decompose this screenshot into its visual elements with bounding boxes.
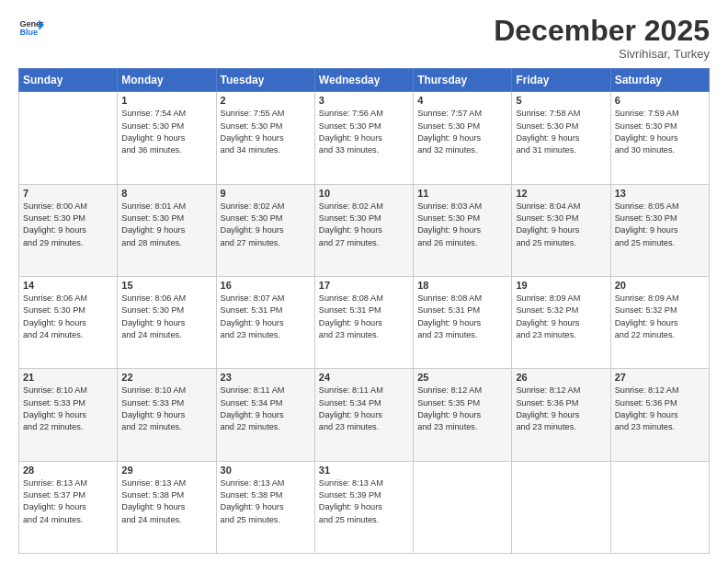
week-row-1: 7Sunrise: 8:00 AMSunset: 5:30 PMDaylight… — [19, 184, 710, 276]
day-number: 27 — [615, 372, 705, 383]
col-header-friday: Friday — [512, 69, 610, 92]
day-number: 4 — [417, 95, 507, 106]
day-number: 20 — [615, 280, 705, 291]
col-header-sunday: Sunday — [19, 69, 118, 92]
day-info: Sunrise: 8:07 AMSunset: 5:31 PMDaylight:… — [221, 293, 311, 341]
day-info: Sunrise: 8:04 AMSunset: 5:30 PMDaylight:… — [516, 201, 606, 249]
day-info: Sunrise: 7:57 AMSunset: 5:30 PMDaylight:… — [417, 108, 507, 156]
day-number: 13 — [615, 188, 705, 199]
day-cell: 31Sunrise: 8:13 AMSunset: 5:39 PMDayligh… — [314, 461, 413, 553]
day-info: Sunrise: 8:02 AMSunset: 5:30 PMDaylight:… — [221, 201, 311, 249]
day-info: Sunrise: 8:08 AMSunset: 5:31 PMDaylight:… — [417, 293, 507, 341]
day-cell: 21Sunrise: 8:10 AMSunset: 5:33 PMDayligh… — [19, 369, 118, 461]
day-cell: 27Sunrise: 8:12 AMSunset: 5:36 PMDayligh… — [610, 369, 709, 461]
day-number: 3 — [319, 95, 409, 106]
day-info: Sunrise: 8:13 AMSunset: 5:38 PMDaylight:… — [221, 477, 311, 526]
week-row-0: 1Sunrise: 7:54 AMSunset: 5:30 PMDaylight… — [19, 92, 710, 184]
day-cell: 6Sunrise: 7:59 AMSunset: 5:30 PMDaylight… — [610, 92, 709, 184]
day-info: Sunrise: 8:06 AMSunset: 5:30 PMDaylight:… — [121, 293, 211, 341]
day-cell: 28Sunrise: 8:13 AMSunset: 5:37 PMDayligh… — [19, 461, 118, 553]
day-info: Sunrise: 8:05 AMSunset: 5:30 PMDaylight:… — [615, 201, 705, 249]
title-block: December 2025 Sivrihisar, Turkey — [494, 15, 710, 61]
day-info: Sunrise: 8:13 AMSunset: 5:38 PMDaylight:… — [121, 477, 211, 526]
subtitle: Sivrihisar, Turkey — [494, 47, 710, 61]
day-number: 25 — [417, 372, 507, 383]
day-number: 12 — [516, 188, 606, 199]
calendar-header-row: SundayMondayTuesdayWednesdayThursdayFrid… — [19, 69, 710, 92]
day-number: 16 — [221, 280, 311, 291]
day-cell: 25Sunrise: 8:12 AMSunset: 5:35 PMDayligh… — [414, 369, 512, 461]
day-cell: 1Sunrise: 7:54 AMSunset: 5:30 PMDaylight… — [118, 92, 216, 184]
day-number: 24 — [319, 372, 409, 383]
day-cell: 11Sunrise: 8:03 AMSunset: 5:30 PMDayligh… — [414, 184, 512, 276]
day-cell: 13Sunrise: 8:05 AMSunset: 5:30 PMDayligh… — [610, 184, 709, 276]
day-info: Sunrise: 8:09 AMSunset: 5:32 PMDaylight:… — [615, 293, 705, 341]
logo: General Blue — [18, 15, 46, 40]
day-number: 2 — [221, 95, 311, 106]
day-number: 14 — [23, 280, 113, 291]
day-number: 10 — [319, 188, 409, 199]
day-cell — [19, 92, 118, 184]
day-info: Sunrise: 8:13 AMSunset: 5:37 PMDaylight:… — [23, 477, 113, 526]
calendar-table: SundayMondayTuesdayWednesdayThursdayFrid… — [18, 68, 710, 554]
page: General Blue December 2025 Sivrihisar, T… — [0, 0, 728, 563]
day-number: 5 — [516, 95, 606, 106]
day-info: Sunrise: 7:55 AMSunset: 5:30 PMDaylight:… — [221, 108, 311, 156]
day-cell: 2Sunrise: 7:55 AMSunset: 5:30 PMDaylight… — [216, 92, 314, 184]
day-info: Sunrise: 8:11 AMSunset: 5:34 PMDaylight:… — [221, 385, 311, 433]
day-info: Sunrise: 8:10 AMSunset: 5:33 PMDaylight:… — [23, 385, 113, 433]
day-cell: 4Sunrise: 7:57 AMSunset: 5:30 PMDaylight… — [414, 92, 512, 184]
day-number: 31 — [319, 465, 409, 476]
day-info: Sunrise: 8:12 AMSunset: 5:36 PMDaylight:… — [516, 385, 606, 433]
day-cell: 18Sunrise: 8:08 AMSunset: 5:31 PMDayligh… — [414, 276, 512, 368]
day-number: 1 — [121, 95, 211, 106]
day-cell: 19Sunrise: 8:09 AMSunset: 5:32 PMDayligh… — [512, 276, 610, 368]
day-number: 30 — [221, 465, 311, 476]
day-number: 18 — [417, 280, 507, 291]
day-number: 17 — [319, 280, 409, 291]
day-info: Sunrise: 8:00 AMSunset: 5:30 PMDaylight:… — [23, 201, 113, 249]
day-info: Sunrise: 8:11 AMSunset: 5:34 PMDaylight:… — [319, 385, 409, 433]
day-info: Sunrise: 8:10 AMSunset: 5:33 PMDaylight:… — [121, 385, 211, 433]
day-info: Sunrise: 8:09 AMSunset: 5:32 PMDaylight:… — [516, 293, 606, 341]
col-header-thursday: Thursday — [414, 69, 512, 92]
col-header-wednesday: Wednesday — [314, 69, 413, 92]
day-cell: 10Sunrise: 8:02 AMSunset: 5:30 PMDayligh… — [314, 184, 413, 276]
day-cell: 15Sunrise: 8:06 AMSunset: 5:30 PMDayligh… — [118, 276, 216, 368]
week-row-2: 14Sunrise: 8:06 AMSunset: 5:30 PMDayligh… — [19, 276, 710, 368]
day-info: Sunrise: 8:03 AMSunset: 5:30 PMDaylight:… — [417, 201, 507, 249]
col-header-saturday: Saturday — [610, 69, 709, 92]
day-cell: 29Sunrise: 8:13 AMSunset: 5:38 PMDayligh… — [118, 461, 216, 553]
day-cell: 8Sunrise: 8:01 AMSunset: 5:30 PMDaylight… — [118, 184, 216, 276]
day-cell — [512, 461, 610, 553]
col-header-tuesday: Tuesday — [216, 69, 314, 92]
day-info: Sunrise: 8:12 AMSunset: 5:36 PMDaylight:… — [615, 385, 705, 433]
day-cell: 9Sunrise: 8:02 AMSunset: 5:30 PMDaylight… — [216, 184, 314, 276]
day-number: 19 — [516, 280, 606, 291]
day-info: Sunrise: 8:12 AMSunset: 5:35 PMDaylight:… — [417, 385, 507, 433]
col-header-monday: Monday — [118, 69, 216, 92]
logo-icon: General Blue — [18, 15, 44, 40]
day-cell: 16Sunrise: 8:07 AMSunset: 5:31 PMDayligh… — [216, 276, 314, 368]
day-cell: 5Sunrise: 7:58 AMSunset: 5:30 PMDaylight… — [512, 92, 610, 184]
day-info: Sunrise: 8:01 AMSunset: 5:30 PMDaylight:… — [121, 201, 211, 249]
week-row-3: 21Sunrise: 8:10 AMSunset: 5:33 PMDayligh… — [19, 369, 710, 461]
day-cell: 30Sunrise: 8:13 AMSunset: 5:38 PMDayligh… — [216, 461, 314, 553]
day-number: 7 — [23, 188, 113, 199]
day-cell: 23Sunrise: 8:11 AMSunset: 5:34 PMDayligh… — [216, 369, 314, 461]
day-info: Sunrise: 8:02 AMSunset: 5:30 PMDaylight:… — [319, 201, 409, 249]
day-cell: 26Sunrise: 8:12 AMSunset: 5:36 PMDayligh… — [512, 369, 610, 461]
day-number: 21 — [23, 372, 113, 383]
svg-text:Blue: Blue — [19, 28, 38, 37]
day-cell — [414, 461, 512, 553]
day-number: 9 — [221, 188, 311, 199]
week-row-4: 28Sunrise: 8:13 AMSunset: 5:37 PMDayligh… — [19, 461, 710, 553]
day-info: Sunrise: 8:13 AMSunset: 5:39 PMDaylight:… — [319, 477, 409, 526]
day-info: Sunrise: 7:59 AMSunset: 5:30 PMDaylight:… — [615, 108, 705, 156]
day-cell: 3Sunrise: 7:56 AMSunset: 5:30 PMDaylight… — [314, 92, 413, 184]
day-cell: 7Sunrise: 8:00 AMSunset: 5:30 PMDaylight… — [19, 184, 118, 276]
day-number: 26 — [516, 372, 606, 383]
day-cell: 24Sunrise: 8:11 AMSunset: 5:34 PMDayligh… — [314, 369, 413, 461]
day-number: 28 — [23, 465, 113, 476]
header: General Blue December 2025 Sivrihisar, T… — [18, 15, 710, 61]
